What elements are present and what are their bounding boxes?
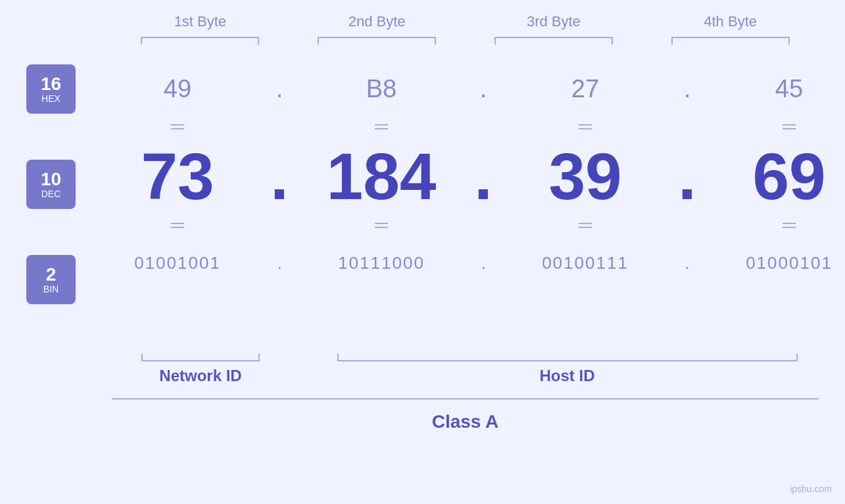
top-bracket-3 [495,37,613,45]
hex-val-2: B8 [366,75,397,103]
eq-3 [579,124,592,129]
eq-6 [375,223,388,228]
dec-val-4: 69 [752,143,825,209]
hex-val-4: 45 [775,75,803,103]
top-bracket-4 [671,37,790,45]
eq-1 [171,124,184,129]
byte2-header: 2nd Byte [289,13,466,30]
eq-row-1 [89,114,845,140]
dot-hex-1: . [276,75,283,103]
dot-dec-3: . [678,143,696,209]
hex-val-3: 27 [571,75,599,103]
dec-badge: 10 DEC [26,160,76,209]
dot-hex-2: . [480,75,487,103]
eq-5 [171,223,184,228]
dec-number: 10 [41,170,61,189]
bin-val-4: 01000101 [746,253,833,273]
top-brackets [26,37,819,45]
watermark: ipshu.com [790,484,832,494]
bin-row: 01001001 . 10111000 . 00100111 . 0100010… [89,239,845,288]
hex-val-1: 49 [164,75,191,103]
class-a-label: Class A [112,406,819,432]
main-content: 16 HEX 10 DEC 2 BIN 49 . B8 . 27 . 45 [26,64,819,350]
top-bracket-1 [141,37,259,45]
host-id-label: Host ID [540,367,595,385]
hex-number: 16 [41,75,61,93]
eq-4 [783,124,796,129]
bin-val-1: 01001001 [134,253,221,273]
main-container: 1st Byte 2nd Byte 3rd Byte 4th Byte 16 H… [0,0,845,504]
bin-val-2: 10111000 [338,253,425,273]
bottom-labels-row: Network ID Host ID [112,367,819,385]
eq-row-2 [89,212,845,239]
eq-7 [579,223,592,228]
hex-name: HEX [41,93,60,104]
dot-dec-1: . [270,143,289,209]
hex-row: 49 . B8 . 27 . 45 [89,64,845,114]
class-line [112,398,819,400]
host-bracket [337,354,798,361]
dec-row: 73 . 184 . 39 . 69 [89,140,845,212]
dot-bin-1: . [277,253,281,273]
eq-2 [375,124,388,129]
dec-val-3: 39 [548,143,621,209]
network-id-label: Network ID [159,367,241,385]
bottom-brackets-row [112,354,819,361]
byte1-header: 1st Byte [112,13,289,30]
dot-bin-2: . [481,253,485,273]
bin-badge: 2 BIN [26,255,76,304]
network-bracket [141,354,260,361]
class-section: Class A [26,398,819,432]
hex-badge: 16 HEX [26,64,76,114]
dot-bin-3: . [685,253,689,273]
dec-val-2: 184 [327,143,437,209]
byte-headers: 1st Byte 2nd Byte 3rd Byte 4th Byte [26,13,819,30]
byte3-header: 3rd Byte [466,13,642,30]
bin-val-3: 00100111 [542,253,629,273]
byte4-header: 4th Byte [642,13,819,30]
eq-8 [783,223,796,228]
dec-val-1: 73 [141,143,214,209]
dot-hex-3: . [684,75,691,103]
values-grid: 49 . B8 . 27 . 45 73 . [89,64,845,288]
dot-dec-2: . [474,143,493,209]
base-labels: 16 HEX 10 DEC 2 BIN [26,64,76,350]
dec-name: DEC [41,189,61,199]
bin-name: BIN [43,284,59,294]
top-bracket-2 [318,37,436,45]
bottom-section: Network ID Host ID [26,354,819,385]
bin-number: 2 [46,265,57,284]
